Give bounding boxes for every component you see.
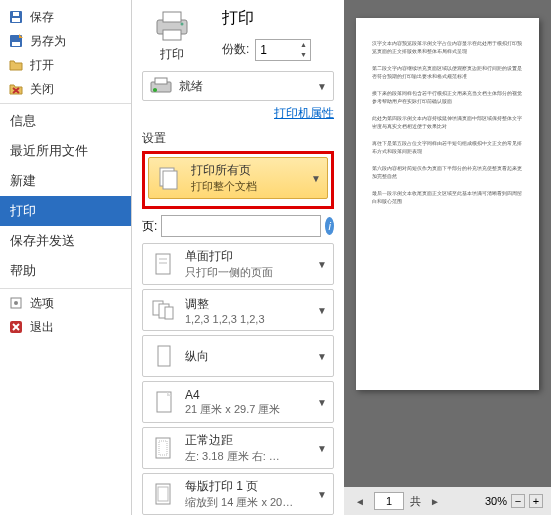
prev-page-button[interactable]: ◄ bbox=[352, 493, 368, 509]
pages-icon bbox=[155, 164, 183, 192]
printer-selector[interactable]: 就绪 ▼ bbox=[142, 71, 334, 101]
svg-rect-13 bbox=[163, 12, 181, 22]
print-range-selector[interactable]: 打印所有页 打印整个文档 ▼ bbox=[148, 157, 328, 199]
save-icon bbox=[8, 9, 24, 25]
pages-input[interactable] bbox=[161, 215, 321, 237]
print-range-sub: 打印整个文档 bbox=[191, 179, 311, 194]
print-panel: 打印 打印 份数: ▲ ▼ 就绪 ▼ bbox=[132, 0, 344, 515]
copies-input[interactable]: ▲ ▼ bbox=[255, 39, 311, 61]
close-label: 关闭 bbox=[30, 81, 54, 98]
svg-rect-21 bbox=[156, 254, 170, 274]
chevron-down-icon: ▼ bbox=[317, 443, 327, 454]
open-label: 打开 bbox=[30, 57, 54, 74]
save-send-item[interactable]: 保存并发送 bbox=[0, 226, 131, 256]
svg-rect-17 bbox=[155, 78, 167, 84]
collate-icon bbox=[149, 296, 177, 324]
preview-page: 汉字文本内容预览段落示例文字占位内容显示在此处用于模拟打印预览页面的正文排版效果… bbox=[356, 18, 539, 390]
margins-selector[interactable]: 正常边距 左: 3.18 厘米 右: … ▼ bbox=[142, 427, 334, 469]
collate-selector[interactable]: 调整 1,2,3 1,2,3 1,2,3 ▼ bbox=[142, 289, 334, 331]
save-as-label: 另存为 bbox=[30, 33, 66, 50]
portrait-icon bbox=[149, 342, 177, 370]
page-size-icon bbox=[149, 388, 177, 416]
print-button[interactable]: 打印 bbox=[142, 8, 202, 63]
copies-down[interactable]: ▼ bbox=[296, 50, 310, 60]
options-label: 选项 bbox=[30, 295, 54, 312]
paper-size-selector[interactable]: A4 21 厘米 x 29.7 厘米 ▼ bbox=[142, 381, 334, 423]
zoom-value: 30% bbox=[473, 495, 507, 507]
chevron-down-icon: ▼ bbox=[311, 173, 321, 184]
exit-item[interactable]: 退出 bbox=[0, 315, 131, 339]
chevron-down-icon: ▼ bbox=[317, 305, 327, 316]
copies-up[interactable]: ▲ bbox=[296, 40, 310, 50]
pages-per-sheet-icon bbox=[149, 480, 177, 508]
preview-footer: ◄ 共 ► 30% − + bbox=[344, 487, 551, 515]
print-button-label: 打印 bbox=[142, 46, 202, 63]
orientation-selector[interactable]: 纵向 ▼ bbox=[142, 335, 334, 377]
page-total-label: 共 bbox=[410, 495, 421, 507]
svg-rect-1 bbox=[12, 18, 20, 22]
options-item[interactable]: 选项 bbox=[0, 291, 131, 315]
exit-icon bbox=[8, 319, 24, 335]
help-item[interactable]: 帮助 bbox=[0, 256, 131, 286]
svg-rect-26 bbox=[165, 307, 173, 319]
svg-rect-2 bbox=[13, 12, 19, 16]
svg-rect-4 bbox=[12, 42, 20, 46]
printer-large-icon bbox=[151, 8, 193, 42]
copies-field[interactable] bbox=[256, 43, 296, 57]
svg-point-15 bbox=[181, 23, 184, 26]
save-as-icon bbox=[8, 33, 24, 49]
settings-label: 设置 bbox=[142, 130, 334, 147]
info-icon[interactable]: i bbox=[325, 217, 334, 235]
highlight-annotation: 打印所有页 打印整个文档 ▼ bbox=[142, 151, 334, 209]
printer-status: 就绪 bbox=[179, 78, 311, 95]
file-menu-sidebar: 保存 另存为 打开 关闭 信息 最近所用文件 新建 打印 保存并发送 帮助 选项… bbox=[0, 0, 132, 515]
svg-point-8 bbox=[14, 301, 18, 305]
zoom-out-button[interactable]: − bbox=[511, 494, 525, 508]
chevron-down-icon: ▼ bbox=[317, 351, 327, 362]
save-label: 保存 bbox=[30, 9, 54, 26]
close-item[interactable]: 关闭 bbox=[0, 77, 131, 101]
options-icon bbox=[8, 295, 24, 311]
page-number-input[interactable] bbox=[374, 492, 404, 510]
save-item[interactable]: 保存 bbox=[0, 5, 131, 29]
open-item[interactable]: 打开 bbox=[0, 53, 131, 77]
save-as-item[interactable]: 另存为 bbox=[0, 29, 131, 53]
exit-label: 退出 bbox=[30, 319, 54, 336]
printer-properties-link[interactable]: 打印机属性 bbox=[142, 105, 334, 122]
close-icon bbox=[8, 81, 24, 97]
info-item[interactable]: 信息 bbox=[0, 106, 131, 136]
printer-icon bbox=[149, 76, 173, 96]
recent-item[interactable]: 最近所用文件 bbox=[0, 136, 131, 166]
svg-rect-20 bbox=[163, 171, 177, 189]
chevron-down-icon: ▼ bbox=[317, 489, 327, 500]
new-item[interactable]: 新建 bbox=[0, 166, 131, 196]
copies-label: 份数: bbox=[222, 42, 249, 58]
chevron-down-icon: ▼ bbox=[317, 259, 327, 270]
print-item[interactable]: 打印 bbox=[0, 196, 131, 226]
print-preview: 汉字文本内容预览段落示例文字占位内容显示在此处用于模拟打印预览页面的正文排版效果… bbox=[344, 0, 551, 515]
pages-label: 页: bbox=[142, 218, 157, 235]
next-page-button[interactable]: ► bbox=[427, 493, 443, 509]
chevron-down-icon: ▼ bbox=[317, 397, 327, 408]
svg-rect-14 bbox=[163, 30, 181, 40]
duplex-selector[interactable]: 单面打印 只打印一侧的页面 ▼ bbox=[142, 243, 334, 285]
svg-rect-27 bbox=[158, 346, 170, 366]
pages-per-sheet-selector[interactable]: 每版打印 1 页 缩放到 14 厘米 x 20… ▼ bbox=[142, 473, 334, 515]
single-side-icon bbox=[149, 250, 177, 278]
print-title: 打印 bbox=[222, 8, 334, 29]
margins-icon bbox=[149, 434, 177, 462]
open-icon bbox=[8, 57, 24, 73]
print-range-title: 打印所有页 bbox=[191, 162, 311, 179]
chevron-down-icon: ▼ bbox=[317, 81, 327, 92]
zoom-in-button[interactable]: + bbox=[529, 494, 543, 508]
